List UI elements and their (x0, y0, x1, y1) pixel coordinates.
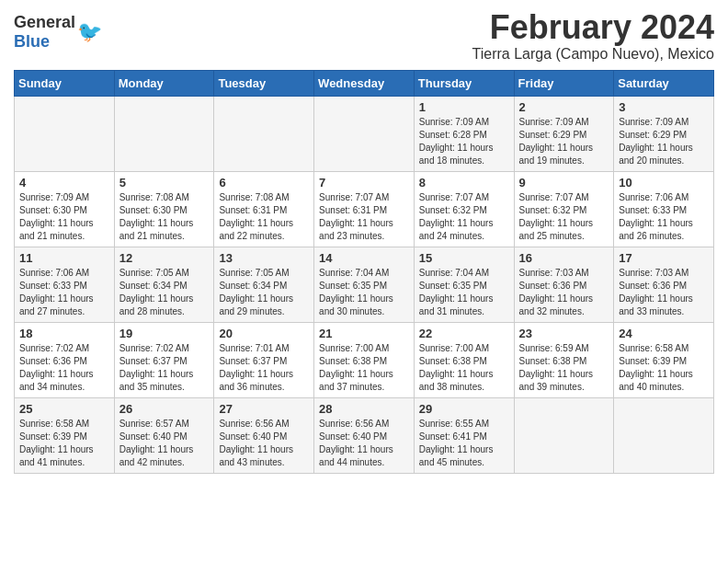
day-number: 16 (519, 251, 609, 265)
logo-text: General Blue (14, 13, 75, 52)
day-info: Sunrise: 7:06 AM Sunset: 6:33 PM Dayligh… (19, 267, 109, 318)
day-info: Sunrise: 6:57 AM Sunset: 6:40 PM Dayligh… (119, 418, 210, 469)
logo: General Blue 🐦 (14, 13, 102, 52)
day-info: Sunrise: 7:04 AM Sunset: 6:35 PM Dayligh… (319, 267, 409, 318)
calendar-cell: 28Sunrise: 6:56 AM Sunset: 6:40 PM Dayli… (314, 397, 415, 473)
calendar-cell: 29Sunrise: 6:55 AM Sunset: 6:41 PM Dayli… (414, 397, 514, 473)
header-monday: Monday (114, 70, 214, 96)
calendar-cell: 17Sunrise: 7:03 AM Sunset: 6:36 PM Dayli… (614, 247, 714, 322)
day-number: 26 (119, 402, 210, 416)
calendar-table: SundayMondayTuesdayWednesdayThursdayFrid… (14, 70, 714, 474)
day-number: 15 (419, 251, 509, 265)
header-sunday: Sunday (15, 70, 115, 96)
header: General Blue 🐦 February 2024 Tierra Larg… (14, 9, 714, 63)
calendar-cell: 6Sunrise: 7:08 AM Sunset: 6:31 PM Daylig… (214, 171, 314, 247)
calendar-cell: 11Sunrise: 7:06 AM Sunset: 6:33 PM Dayli… (15, 247, 115, 322)
day-info: Sunrise: 7:01 AM Sunset: 6:37 PM Dayligh… (219, 342, 309, 394)
calendar-cell: 23Sunrise: 6:59 AM Sunset: 6:38 PM Dayli… (514, 322, 614, 397)
day-number: 22 (419, 327, 509, 340)
day-number: 7 (319, 176, 409, 190)
day-number: 11 (19, 251, 109, 265)
calendar-cell: 1Sunrise: 7:09 AM Sunset: 6:28 PM Daylig… (414, 96, 514, 171)
day-number: 5 (119, 176, 210, 190)
day-info: Sunrise: 6:55 AM Sunset: 6:41 PM Dayligh… (419, 418, 509, 469)
header-tuesday: Tuesday (214, 70, 314, 96)
day-number: 20 (219, 327, 309, 340)
day-info: Sunrise: 7:09 AM Sunset: 6:29 PM Dayligh… (619, 116, 709, 167)
header-wednesday: Wednesday (314, 70, 415, 96)
day-info: Sunrise: 6:58 AM Sunset: 6:39 PM Dayligh… (19, 418, 109, 469)
calendar-cell: 3Sunrise: 7:09 AM Sunset: 6:29 PM Daylig… (614, 96, 714, 171)
day-info: Sunrise: 7:02 AM Sunset: 6:37 PM Dayligh… (119, 342, 210, 394)
day-info: Sunrise: 7:03 AM Sunset: 6:36 PM Dayligh… (519, 267, 609, 318)
calendar-cell: 26Sunrise: 6:57 AM Sunset: 6:40 PM Dayli… (114, 397, 214, 473)
calendar-cell: 8Sunrise: 7:07 AM Sunset: 6:32 PM Daylig… (414, 171, 514, 247)
day-number: 4 (19, 176, 109, 190)
calendar-cell (514, 397, 614, 473)
calendar-cell: 21Sunrise: 7:00 AM Sunset: 6:38 PM Dayli… (314, 322, 415, 397)
day-number: 23 (519, 327, 609, 340)
day-number: 6 (219, 176, 309, 190)
calendar-cell: 24Sunrise: 6:58 AM Sunset: 6:39 PM Dayli… (614, 322, 714, 397)
logo-blue: Blue (14, 32, 50, 51)
calendar-week-2: 4Sunrise: 7:09 AM Sunset: 6:30 PM Daylig… (15, 171, 714, 247)
day-number: 18 (19, 327, 109, 340)
day-number: 1 (419, 100, 509, 114)
day-info: Sunrise: 7:09 AM Sunset: 6:30 PM Dayligh… (19, 191, 109, 243)
day-info: Sunrise: 6:59 AM Sunset: 6:38 PM Dayligh… (519, 342, 609, 394)
day-info: Sunrise: 7:08 AM Sunset: 6:31 PM Dayligh… (219, 191, 309, 243)
calendar-cell: 18Sunrise: 7:02 AM Sunset: 6:36 PM Dayli… (15, 322, 115, 397)
day-number: 17 (619, 251, 709, 265)
day-info: Sunrise: 7:09 AM Sunset: 6:29 PM Dayligh… (519, 116, 609, 167)
calendar-cell: 12Sunrise: 7:05 AM Sunset: 6:34 PM Dayli… (114, 247, 214, 322)
location-subtitle: Tierra Larga (Campo Nuevo), Mexico (472, 46, 715, 63)
bird-icon: 🐦 (77, 20, 102, 44)
calendar-cell: 4Sunrise: 7:09 AM Sunset: 6:30 PM Daylig… (15, 171, 115, 247)
day-info: Sunrise: 7:07 AM Sunset: 6:32 PM Dayligh… (419, 191, 509, 243)
day-number: 8 (419, 176, 509, 190)
day-number: 12 (119, 251, 210, 265)
calendar-cell: 19Sunrise: 7:02 AM Sunset: 6:37 PM Dayli… (114, 322, 214, 397)
calendar-cell: 2Sunrise: 7:09 AM Sunset: 6:29 PM Daylig… (514, 96, 614, 171)
calendar-cell: 27Sunrise: 6:56 AM Sunset: 6:40 PM Dayli… (214, 397, 314, 473)
header-friday: Friday (514, 70, 614, 96)
day-info: Sunrise: 7:02 AM Sunset: 6:36 PM Dayligh… (19, 342, 109, 394)
calendar-cell: 5Sunrise: 7:08 AM Sunset: 6:30 PM Daylig… (114, 171, 214, 247)
calendar-week-4: 18Sunrise: 7:02 AM Sunset: 6:36 PM Dayli… (15, 322, 714, 397)
title-area: February 2024 Tierra Larga (Campo Nuevo)… (472, 9, 715, 63)
calendar-cell: 25Sunrise: 6:58 AM Sunset: 6:39 PM Dayli… (15, 397, 115, 473)
day-info: Sunrise: 7:03 AM Sunset: 6:36 PM Dayligh… (619, 267, 709, 318)
calendar-cell: 13Sunrise: 7:05 AM Sunset: 6:34 PM Dayli… (214, 247, 314, 322)
day-info: Sunrise: 7:07 AM Sunset: 6:31 PM Dayligh… (319, 191, 409, 243)
day-number: 10 (619, 176, 709, 190)
day-info: Sunrise: 7:05 AM Sunset: 6:34 PM Dayligh… (219, 267, 309, 318)
calendar-cell: 15Sunrise: 7:04 AM Sunset: 6:35 PM Dayli… (414, 247, 514, 322)
day-info: Sunrise: 6:56 AM Sunset: 6:40 PM Dayligh… (319, 418, 409, 469)
day-number: 21 (319, 327, 409, 340)
calendar-week-1: 1Sunrise: 7:09 AM Sunset: 6:28 PM Daylig… (15, 96, 714, 171)
day-number: 19 (119, 327, 210, 340)
day-info: Sunrise: 7:08 AM Sunset: 6:30 PM Dayligh… (119, 191, 210, 243)
calendar-cell (214, 96, 314, 171)
header-saturday: Saturday (614, 70, 714, 96)
calendar-cell (614, 397, 714, 473)
calendar-cell: 16Sunrise: 7:03 AM Sunset: 6:36 PM Dayli… (514, 247, 614, 322)
day-info: Sunrise: 7:05 AM Sunset: 6:34 PM Dayligh… (119, 267, 210, 318)
calendar-cell: 20Sunrise: 7:01 AM Sunset: 6:37 PM Dayli… (214, 322, 314, 397)
day-info: Sunrise: 7:07 AM Sunset: 6:32 PM Dayligh… (519, 191, 609, 243)
day-number: 14 (319, 251, 409, 265)
calendar-week-5: 25Sunrise: 6:58 AM Sunset: 6:39 PM Dayli… (15, 397, 714, 473)
day-number: 2 (519, 100, 609, 114)
calendar-cell (114, 96, 214, 171)
day-number: 29 (419, 402, 509, 416)
header-thursday: Thursday (414, 70, 514, 96)
day-number: 27 (219, 402, 309, 416)
calendar-cell: 22Sunrise: 7:00 AM Sunset: 6:38 PM Dayli… (414, 322, 514, 397)
day-number: 13 (219, 251, 309, 265)
day-number: 28 (319, 402, 409, 416)
calendar-cell: 9Sunrise: 7:07 AM Sunset: 6:32 PM Daylig… (514, 171, 614, 247)
page-title: February 2024 (472, 9, 715, 46)
calendar-cell: 7Sunrise: 7:07 AM Sunset: 6:31 PM Daylig… (314, 171, 415, 247)
logo-general: General (14, 13, 75, 31)
day-number: 9 (519, 176, 609, 190)
